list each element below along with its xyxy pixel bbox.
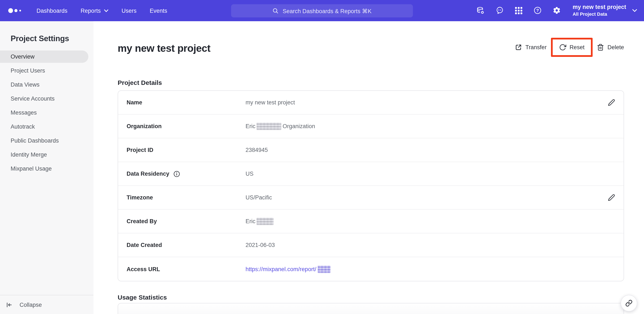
nav-item-label: Dashboards: [36, 7, 68, 14]
created-by-value-prefix: Eric: [246, 218, 256, 225]
search-input[interactable]: Search Dashboards & Reports ⌘K: [231, 4, 413, 17]
row-label: Timezone: [126, 194, 246, 201]
info-icon[interactable]: [173, 170, 180, 177]
search-placeholder: Search Dashboards & Reports ⌘K: [283, 7, 372, 14]
mixpanel-logo-icon[interactable]: [8, 7, 24, 14]
row-label: Project ID: [126, 147, 246, 153]
sidebar-nav: Overview Project Users Data Views Servic…: [0, 50, 94, 176]
detail-row-data-residency: Data Residency US: [118, 162, 624, 186]
usage-statistics-card: [118, 303, 624, 314]
detail-row-name: Name my new test project: [118, 91, 624, 115]
project-selector[interactable]: my new test project All Project Data: [573, 4, 637, 17]
svg-text:?: ?: [536, 8, 539, 13]
redacted-text: [318, 266, 330, 273]
sidebar-item-identity-merge[interactable]: Identity Merge: [0, 148, 88, 162]
sidebar-item-label: Service Accounts: [10, 95, 54, 102]
share-link-button[interactable]: [621, 295, 637, 312]
nav-right-cluster: ? my new test project All Project Data: [476, 4, 637, 17]
row-value: US: [246, 171, 615, 177]
reset-icon: [559, 43, 566, 51]
row-label: Organization: [126, 123, 246, 129]
project-selector-labels: my new test project All Project Data: [573, 4, 626, 17]
settings-icon[interactable]: [553, 6, 561, 15]
usage-statistics-heading: Usage Statistics: [118, 294, 167, 301]
help-icon[interactable]: ?: [534, 6, 542, 15]
chevron-down-icon: [632, 9, 637, 12]
row-label: Created By: [126, 218, 246, 225]
chevron-down-icon: [104, 9, 108, 12]
timezone-value: US/Pacific: [246, 194, 272, 201]
detail-row-timezone: Timezone US/Pacific: [118, 186, 624, 210]
sidebar-item-label: Autotrack: [10, 123, 35, 130]
sidebar-item-mixpanel-usage[interactable]: Mixpanel Usage: [0, 162, 88, 176]
delete-icon: [597, 43, 604, 51]
sidebar-item-label: Project Users: [10, 67, 45, 74]
sidebar-item-service-accounts[interactable]: Service Accounts: [0, 92, 88, 106]
current-project-scope: All Project Data: [573, 11, 626, 17]
sidebar-item-label: Public Dashboards: [10, 137, 59, 144]
nav-item-events[interactable]: Events: [150, 7, 167, 14]
sidebar-item-messages[interactable]: Messages: [0, 106, 88, 120]
row-value: 2384945: [246, 147, 615, 153]
organization-value-suffix: Organization: [283, 123, 315, 129]
row-value: https://mixpanel.com/report/: [246, 266, 615, 273]
edit-timezone-button[interactable]: [608, 194, 615, 201]
sidebar-item-overview[interactable]: Overview: [0, 50, 88, 63]
data-management-icon[interactable]: [476, 6, 485, 15]
nav-item-users[interactable]: Users: [122, 7, 136, 14]
name-value: my new test project: [246, 99, 295, 106]
sidebar-item-autotrack[interactable]: Autotrack: [0, 120, 88, 134]
row-value: Eric: [246, 218, 615, 225]
row-value: my new test project: [246, 99, 608, 106]
sidebar-item-label: Mixpanel Usage: [10, 165, 52, 172]
transfer-button[interactable]: Transfer: [515, 43, 547, 51]
top-nav: Dashboards Reports Users Events Search D…: [0, 0, 644, 21]
redacted-text: [257, 123, 282, 130]
transfer-label: Transfer: [526, 44, 547, 50]
sidebar-item-label: Identity Merge: [10, 151, 47, 158]
date-created-value: 2021-06-03: [246, 242, 275, 248]
row-value: Eric Organization: [246, 123, 615, 130]
detail-row-organization: Organization Eric Organization: [118, 115, 624, 138]
row-label: Name: [126, 99, 246, 106]
row-label-text: Data Residency: [126, 171, 169, 177]
edit-pencil-icon: [608, 194, 615, 201]
nav-item-reports[interactable]: Reports: [81, 7, 108, 14]
current-project-name: my new test project: [573, 4, 626, 11]
sidebar-item-label: Messages: [10, 109, 37, 116]
detail-row-date-created: Date Created 2021-06-03: [118, 233, 624, 257]
collapse-sidebar-button[interactable]: Collapse: [0, 295, 94, 314]
row-value: US/Pacific: [246, 194, 608, 201]
link-icon: [625, 300, 632, 307]
redacted-text: [257, 218, 274, 225]
settings-sidebar: Project Settings Overview Project Users …: [0, 21, 94, 314]
delete-button[interactable]: Delete: [597, 43, 624, 51]
row-value: 2021-06-03: [246, 242, 615, 248]
reset-label: Reset: [570, 44, 584, 50]
access-url-link[interactable]: https://mixpanel.com/report/: [246, 266, 316, 272]
apps-grid-icon[interactable]: [515, 7, 522, 14]
sidebar-title: Project Settings: [0, 21, 94, 43]
edit-name-button[interactable]: [608, 99, 615, 106]
nav-item-dashboards[interactable]: Dashboards: [36, 7, 68, 14]
main-content: my new test project Transfer Reset: [94, 21, 644, 314]
project-details-heading: Project Details: [118, 79, 162, 86]
project-id-value: 2384945: [246, 147, 268, 153]
nav-item-label: Reports: [81, 7, 101, 14]
project-actions: Transfer Reset Delete: [515, 38, 624, 56]
sidebar-item-project-users[interactable]: Project Users: [0, 64, 88, 78]
reset-button[interactable]: Reset: [559, 43, 584, 51]
detail-row-access-url: Access URL https://mixpanel.com/report/: [118, 257, 624, 281]
row-label: Date Created: [126, 242, 246, 248]
mixpanel-dots-icon: [8, 7, 24, 14]
transfer-icon: [515, 43, 522, 51]
sidebar-item-label: Data Views: [10, 81, 40, 88]
sidebar-item-data-views[interactable]: Data Views: [0, 78, 88, 92]
data-residency-value: US: [246, 171, 254, 177]
sidebar-item-public-dashboards[interactable]: Public Dashboards: [0, 134, 88, 148]
feedback-icon[interactable]: [496, 6, 504, 15]
primary-nav: Dashboards Reports Users Events: [36, 7, 180, 14]
annotation-highlight-box: Reset: [551, 37, 592, 57]
detail-row-project-id: Project ID 2384945: [118, 138, 624, 162]
collapse-label: Collapse: [20, 302, 42, 308]
